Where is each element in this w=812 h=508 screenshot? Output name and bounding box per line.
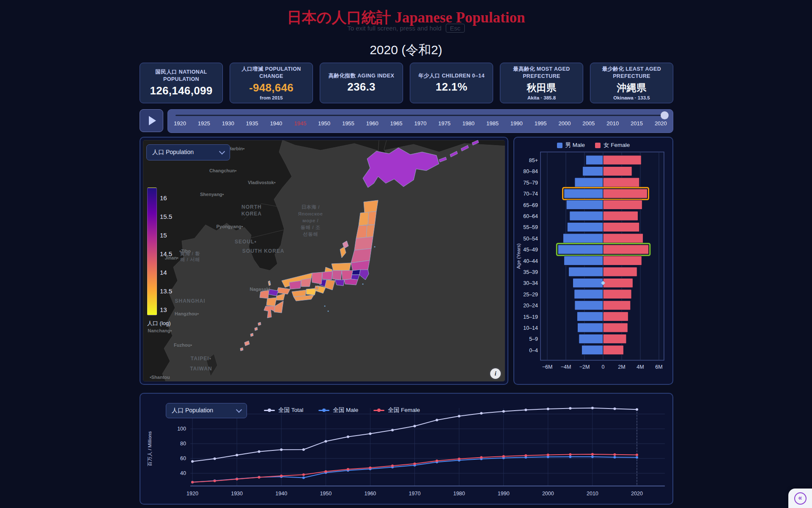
data-point[interactable]	[569, 407, 571, 409]
pyramid-bar-male-85+[interactable]	[586, 155, 603, 165]
pyramid-bar-female-45–49[interactable]	[603, 245, 649, 254]
line-legend-item[interactable]: 全国 Total	[264, 406, 303, 414]
prefecture-nagano[interactable]	[342, 271, 353, 280]
pyramid-bar-female-40–44[interactable]	[603, 256, 642, 265]
data-point[interactable]	[236, 454, 238, 456]
pyramid-bar-female-80–84[interactable]	[603, 166, 632, 176]
slider-track[interactable]	[176, 115, 665, 116]
data-point[interactable]	[347, 436, 349, 438]
pyramid-bar-male-55–59[interactable]	[567, 222, 603, 232]
prefecture-kyoto-shiga[interactable]	[322, 271, 332, 280]
map-metric-dropdown[interactable]: 人口 Population	[146, 144, 230, 160]
prefecture-gifu[interactable]	[332, 271, 342, 280]
data-point[interactable]	[636, 454, 638, 456]
slider-handle[interactable]	[661, 111, 669, 119]
data-point[interactable]	[614, 453, 616, 456]
pyramid-bar-male-70–74[interactable]	[564, 189, 603, 198]
map-svg[interactable]	[143, 140, 505, 381]
prefecture-hokuriku[interactable]	[332, 263, 351, 271]
line-legend-item[interactable]: 全国 Male	[318, 406, 358, 414]
data-point[interactable]	[480, 456, 483, 458]
year-slider[interactable]: 1920192519301935194019451950195519601965…	[167, 109, 673, 133]
data-point[interactable]	[258, 450, 261, 453]
pyramid-bar-female-35–39[interactable]	[603, 267, 637, 276]
prefecture-fukushima[interactable]	[354, 237, 373, 250]
data-point[interactable]	[414, 463, 416, 465]
data-point[interactable]	[324, 440, 327, 442]
data-point[interactable]	[458, 458, 461, 460]
prefecture-shizuoka[interactable]	[344, 279, 358, 285]
data-point[interactable]	[369, 467, 371, 469]
pyramid-bar-female-20–24[interactable]	[603, 301, 631, 310]
data-point[interactable]	[191, 460, 194, 463]
population-pyramid-chart[interactable]: 85+80–8475–7970–7465–6960–6455–5950–5445…	[514, 138, 672, 384]
data-point[interactable]	[591, 456, 594, 458]
data-point[interactable]	[191, 481, 194, 483]
data-point[interactable]	[636, 408, 638, 411]
pyramid-bar-male-65–69[interactable]	[566, 200, 603, 210]
data-point[interactable]	[214, 458, 216, 460]
data-point[interactable]	[569, 453, 571, 456]
prefecture-tokyo[interactable]	[352, 270, 360, 275]
data-point[interactable]	[480, 412, 483, 414]
pyramid-bar-male-40–44[interactable]	[564, 256, 603, 265]
pyramid-bar-male-0–4[interactable]	[582, 345, 603, 355]
prefecture-hiroshima[interactable]	[289, 281, 301, 289]
data-point[interactable]	[214, 480, 216, 482]
pyramid-bar-female-60–64[interactable]	[603, 211, 638, 221]
prefecture-kumamoto[interactable]	[266, 298, 277, 306]
prefecture-aomori[interactable]	[364, 200, 378, 213]
prefecture-hyogo[interactable]	[312, 272, 322, 284]
data-point[interactable]	[502, 455, 505, 458]
data-point[interactable]	[502, 410, 505, 413]
pyramid-bar-male-35–39[interactable]	[569, 267, 603, 276]
pyramid-bar-female-0–4[interactable]	[603, 345, 623, 355]
data-point[interactable]	[369, 433, 371, 435]
collapse-chevrons-icon[interactable]: «	[794, 492, 807, 505]
line-legend-item[interactable]: 全国 Female	[373, 406, 420, 414]
data-point[interactable]	[524, 409, 527, 411]
data-point[interactable]	[547, 408, 549, 410]
pyramid-bar-female-75–79[interactable]	[603, 178, 639, 187]
pyramid-bar-female-5–9[interactable]	[603, 334, 626, 343]
prefecture-amami-3[interactable]	[250, 333, 253, 337]
pyramid-bar-female-50–54[interactable]	[603, 234, 643, 243]
pyramid-bar-male-25–29[interactable]	[574, 290, 603, 299]
prefecture-awaji[interactable]	[315, 286, 319, 290]
data-point[interactable]	[614, 408, 616, 410]
prefecture-amami-1[interactable]	[258, 322, 261, 326]
data-point[interactable]	[347, 468, 349, 471]
data-point[interactable]	[591, 407, 594, 409]
play-button[interactable]	[140, 109, 163, 132]
data-point[interactable]	[302, 448, 305, 451]
data-point[interactable]	[280, 448, 283, 451]
data-point[interactable]	[614, 456, 616, 458]
pyramid-bar-male-80–84[interactable]	[583, 166, 603, 176]
prefecture-okayama[interactable]	[301, 278, 311, 287]
pyramid-bar-female-30–34[interactable]	[603, 278, 633, 287]
data-point[interactable]	[524, 454, 527, 457]
pyramid-bar-female-85+[interactable]	[603, 155, 641, 165]
prefecture-iwate[interactable]	[368, 211, 376, 225]
data-point[interactable]	[302, 477, 305, 479]
data-point[interactable]	[258, 476, 261, 479]
data-point[interactable]	[591, 453, 594, 456]
pyramid-bar-male-50–54[interactable]	[563, 234, 603, 243]
pyramid-bar-male-45–49[interactable]	[558, 245, 603, 254]
prefecture-okinawa-2[interactable]	[240, 348, 243, 351]
data-point[interactable]	[458, 415, 461, 417]
pyramid-bar-female-70–74[interactable]	[603, 189, 647, 198]
pyramid-legend-item[interactable]: 男 Male	[557, 141, 585, 149]
data-point[interactable]	[569, 456, 571, 458]
pyramid-bar-male-60–64[interactable]	[570, 211, 603, 221]
pyramid-bar-male-5–9[interactable]	[579, 334, 603, 343]
data-point[interactable]	[414, 425, 416, 428]
data-point[interactable]	[324, 470, 327, 473]
data-point[interactable]	[302, 473, 305, 476]
data-point[interactable]	[391, 429, 394, 431]
pyramid-bar-male-30–34[interactable]	[573, 278, 604, 287]
data-point[interactable]	[436, 460, 438, 462]
data-point[interactable]	[391, 464, 394, 467]
pyramid-legend-item[interactable]: 女 Female	[595, 141, 630, 149]
data-point[interactable]	[280, 475, 283, 477]
